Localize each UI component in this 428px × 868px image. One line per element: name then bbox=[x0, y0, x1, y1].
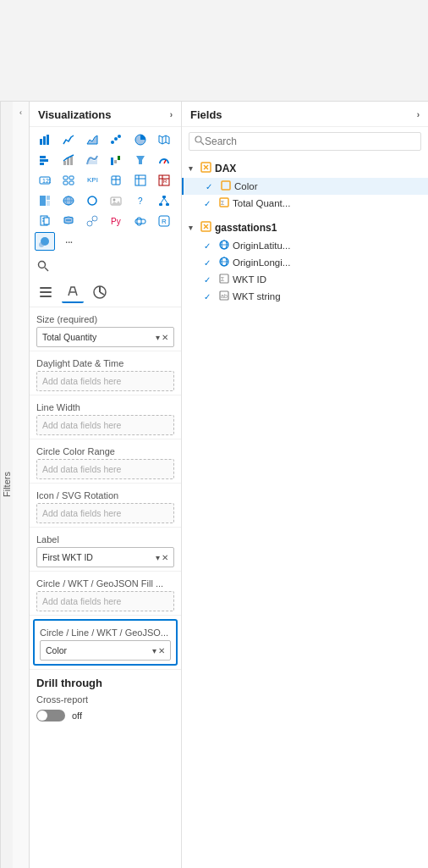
viz-icon-funnel[interactable] bbox=[130, 151, 151, 169]
viz-icon-combo[interactable] bbox=[58, 151, 79, 169]
label-field-box[interactable]: First WKT ID ▾ ✕ bbox=[36, 547, 174, 567]
viz-icon-card[interactable]: 123 bbox=[35, 171, 55, 190]
viz-icon-custom3[interactable] bbox=[130, 212, 151, 230]
label-remove[interactable]: ✕ bbox=[162, 553, 168, 562]
svg-line-77 bbox=[100, 292, 104, 295]
viz-icon-line[interactable] bbox=[58, 130, 79, 149]
linewidth-field-box[interactable]: Add data fields here bbox=[36, 415, 174, 435]
viz-icon-multicard[interactable] bbox=[58, 171, 79, 190]
search-input[interactable] bbox=[205, 135, 415, 147]
dax-color-name: Color bbox=[234, 181, 257, 191]
top-bar bbox=[0, 0, 428, 102]
viz-icon-scatter[interactable] bbox=[106, 130, 126, 149]
viz-icon-hbar[interactable] bbox=[35, 151, 55, 169]
viz-icon-custom2[interactable]: Py bbox=[106, 212, 126, 230]
size-dropdown[interactable]: ▾ bbox=[156, 333, 160, 342]
svg-rect-83 bbox=[222, 181, 230, 190]
svg-text:R: R bbox=[163, 179, 167, 184]
fields-panel: Fields › ▾ DAX ✓ bbox=[182, 102, 428, 868]
circlecolor-field-box[interactable]: Add data fields here bbox=[36, 459, 174, 479]
viz-icon-area[interactable] bbox=[82, 130, 102, 149]
gasstations-item-originlon[interactable]: ✓ OriginLongi... bbox=[182, 254, 428, 271]
fields-title: Fields bbox=[190, 108, 222, 121]
viz-icon-smartnarr[interactable] bbox=[58, 212, 79, 230]
wktid-check: ✓ bbox=[204, 275, 216, 285]
svg-marker-20 bbox=[136, 156, 145, 164]
label-dropdown[interactable]: ▾ bbox=[156, 553, 160, 562]
svg-rect-19 bbox=[118, 156, 120, 160]
svg-rect-17 bbox=[111, 158, 113, 165]
svg-text:123: 123 bbox=[42, 178, 51, 184]
size-controls: ▾ ✕ bbox=[156, 333, 168, 342]
svg-rect-27 bbox=[69, 181, 74, 185]
gasstations-item-originlat[interactable]: ✓ OriginLatitu... bbox=[182, 237, 428, 254]
viz-icon-gauge[interactable] bbox=[154, 151, 174, 169]
highlighted-field-box[interactable]: Color ▾ ✕ bbox=[40, 640, 171, 661]
viz-icon-kpi[interactable]: KPI bbox=[82, 171, 102, 190]
viz-icon-pie[interactable] bbox=[130, 130, 151, 149]
toggle-switch[interactable] bbox=[36, 710, 65, 721]
highlighted-remove[interactable]: ✕ bbox=[158, 646, 165, 655]
svg-rect-49 bbox=[162, 196, 166, 198]
tab-fields[interactable] bbox=[35, 281, 57, 303]
dax-group-header[interactable]: ▾ DAX bbox=[182, 159, 428, 178]
svg-rect-15 bbox=[67, 158, 69, 165]
label-controls: ▾ ✕ bbox=[156, 553, 168, 562]
svg-rect-12 bbox=[40, 159, 48, 162]
svg-rect-14 bbox=[63, 161, 66, 165]
iconsvg-section: Icon / SVG Rotation Add data fields here bbox=[30, 484, 181, 528]
svg-rect-1 bbox=[43, 136, 46, 145]
viz-icon-selected-custom[interactable] bbox=[35, 232, 55, 251]
viz-icon-shape[interactable] bbox=[82, 191, 102, 210]
gasstations-group-icon bbox=[200, 221, 211, 235]
dax-item-color[interactable]: ✓ Color bbox=[182, 178, 428, 195]
viz-icon-more[interactable]: ··· bbox=[58, 232, 79, 251]
dax-totalquant-check: ✓ bbox=[204, 199, 216, 208]
svg-point-6 bbox=[118, 135, 121, 138]
viz-icon-qna[interactable]: ? bbox=[130, 191, 151, 210]
tab-analytics[interactable] bbox=[89, 281, 111, 303]
svg-rect-26 bbox=[63, 181, 68, 185]
svg-rect-25 bbox=[69, 176, 74, 180]
viz-icon-matrix[interactable]: R bbox=[154, 171, 174, 190]
search-icon-btn[interactable] bbox=[35, 257, 52, 274]
viz-icon-decomp[interactable] bbox=[154, 191, 174, 210]
highlighted-dropdown[interactable]: ▾ bbox=[152, 646, 156, 655]
viz-icon-treemap[interactable] bbox=[35, 191, 55, 210]
viz-icon-waterfall[interactable] bbox=[106, 151, 126, 169]
viz-icon-image[interactable] bbox=[106, 191, 126, 210]
viz-icon-custom4[interactable]: R bbox=[154, 212, 174, 230]
gasstations-collapse-arrow: ▾ bbox=[189, 224, 197, 232]
iconsvg-field-box[interactable]: Add data fields here bbox=[36, 503, 174, 523]
dax-color-icon bbox=[221, 180, 231, 192]
collapse-arrow[interactable]: ‹ bbox=[15, 107, 27, 119]
cross-report-label: Cross-report bbox=[36, 694, 174, 705]
viz-icon-table[interactable] bbox=[130, 171, 151, 190]
circlewkt-field-box[interactable]: Add data fields here bbox=[36, 591, 174, 611]
svg-line-61 bbox=[91, 220, 93, 222]
viz-icon-map2[interactable] bbox=[58, 191, 79, 210]
dax-item-totalquant[interactable]: ✓ Σ Total Quant... bbox=[182, 195, 428, 212]
daylight-field-box[interactable]: Add data fields here bbox=[36, 371, 174, 391]
svg-rect-24 bbox=[63, 176, 68, 180]
viz-icon-paginated[interactable] bbox=[35, 212, 55, 230]
wktstring-icon: ab bbox=[219, 290, 229, 302]
viz-expand-arrow[interactable]: › bbox=[170, 110, 173, 119]
gasstations-item-wktstring[interactable]: ✓ ab WKT string bbox=[182, 288, 428, 305]
gasstations-item-wktid[interactable]: ✓ Σ WKT ID bbox=[182, 271, 428, 288]
size-remove[interactable]: ✕ bbox=[162, 333, 168, 342]
viz-icon-custom1[interactable] bbox=[82, 212, 102, 230]
gasstations-group-header[interactable]: ▾ gasstations1 bbox=[182, 218, 428, 237]
tab-format[interactable] bbox=[62, 281, 84, 303]
viz-icon-bar[interactable] bbox=[35, 130, 55, 149]
dax-color-check: ✓ bbox=[206, 182, 217, 191]
search-box[interactable] bbox=[189, 132, 421, 151]
viz-icon-slicer[interactable] bbox=[106, 171, 126, 190]
viz-icon-ribbon[interactable] bbox=[82, 151, 102, 169]
viz-icon-map[interactable] bbox=[154, 130, 174, 149]
filters-panel[interactable]: Filters bbox=[0, 102, 13, 868]
label-value: First WKT ID bbox=[42, 552, 93, 562]
size-field-box[interactable]: Total Quantity ▾ ✕ bbox=[36, 327, 174, 347]
svg-rect-40 bbox=[47, 196, 50, 200]
fields-expand-arrow[interactable]: › bbox=[417, 110, 420, 119]
